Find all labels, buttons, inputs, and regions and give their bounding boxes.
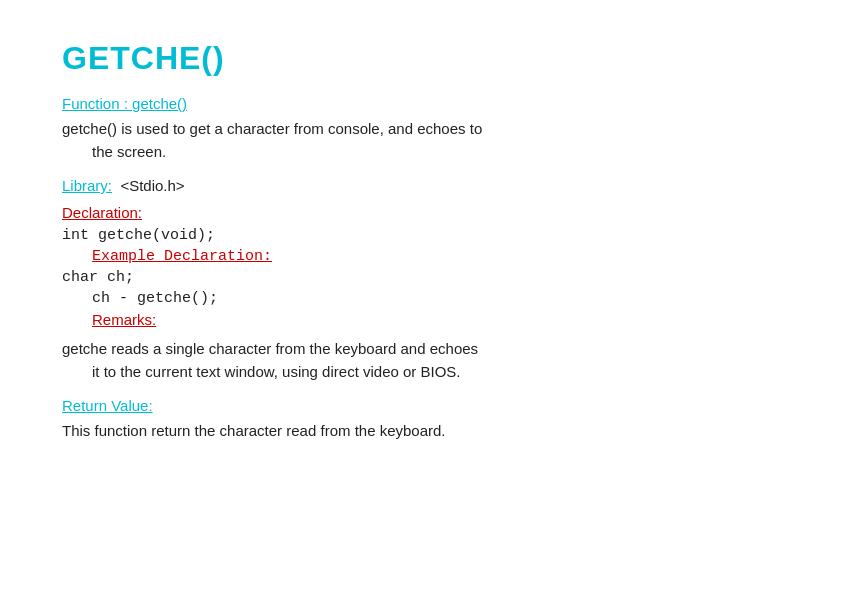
char-code: char ch; <box>62 269 134 286</box>
page-title: GETCHE() <box>62 40 780 77</box>
return-text: This function return the character read … <box>62 420 780 443</box>
description-line1: getche() is used to get a character from… <box>62 120 482 137</box>
library-label: Library: <box>62 177 112 194</box>
library-value: <Stdio.h> <box>120 177 184 194</box>
library-section: Library: <Stdio.h> <box>62 177 780 194</box>
remarks-text: getche reads a single character from the… <box>62 338 780 383</box>
remarks-line1: getche reads a single character from the… <box>62 340 478 357</box>
char-line: char ch; <box>62 269 780 286</box>
remarks-line2: it to the current text window, using dir… <box>92 361 780 384</box>
remarks-label: Remarks: <box>92 311 780 328</box>
declaration-label: Declaration: <box>62 204 780 221</box>
function-section: Function : getche() getche() is used to … <box>62 95 780 163</box>
remarks-section: getche reads a single character from the… <box>62 338 780 443</box>
declaration-code-text: int getche(void); <box>62 227 215 244</box>
return-text-span: This function return the character read … <box>62 422 446 439</box>
page-container: GETCHE() Function : getche() getche() is… <box>0 0 842 595</box>
return-label: Return Value: <box>62 397 780 414</box>
library-line: Library: <Stdio.h> <box>62 177 780 194</box>
description-line2: the screen. <box>92 141 780 164</box>
ch-code: ch - getche(); <box>92 290 218 307</box>
example-declaration-label: Example Declaration: <box>92 248 272 265</box>
remarks-label-container: Remarks: <box>92 311 780 328</box>
declaration-section: Declaration: int getche(void); Example D… <box>62 204 780 328</box>
function-link[interactable]: Function : getche() <box>62 95 780 112</box>
ch-assign-line: ch - getche(); <box>92 290 780 307</box>
description-text: getche() is used to get a character from… <box>62 118 780 163</box>
example-declaration-line: Example Declaration: <box>92 248 780 265</box>
declaration-code: int getche(void); <box>62 227 780 244</box>
